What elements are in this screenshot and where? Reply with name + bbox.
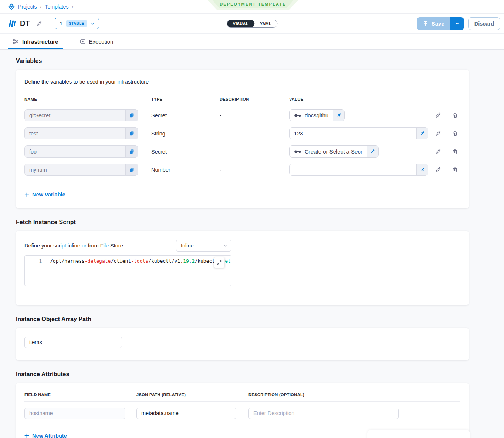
variable-type: String <box>151 131 220 137</box>
save-button[interactable]: Save <box>417 17 450 30</box>
variable-type: Number <box>151 167 220 173</box>
column-header-field-name: FIELD NAME <box>24 392 136 397</box>
fetch-script-card: Define your script inline or from File S… <box>16 231 469 305</box>
save-split-button: Save <box>417 17 464 30</box>
variable-value-input[interactable] <box>290 164 416 175</box>
variable-description: - <box>220 167 289 173</box>
edit-variable-button[interactable] <box>435 166 441 173</box>
delete-variable-button[interactable] <box>452 112 458 118</box>
variable-description: - <box>220 149 289 155</box>
edit-variable-button[interactable] <box>435 112 441 118</box>
copy-button[interactable] <box>125 164 138 175</box>
variable-name-field <box>24 127 138 139</box>
breadcrumb-projects[interactable]: Projects <box>18 4 37 10</box>
variable-name-field <box>24 109 138 121</box>
new-variable-button[interactable]: New Variable <box>24 192 65 198</box>
pin-icon <box>420 167 425 172</box>
script-source-select[interactable]: Inline <box>176 240 231 252</box>
column-header-type: TYPE <box>151 97 220 101</box>
tab-execution[interactable]: Execution <box>75 34 118 49</box>
edit-name-button[interactable] <box>36 20 42 27</box>
edit-variable-button[interactable] <box>435 130 441 137</box>
key-icon <box>294 113 301 118</box>
pin-button[interactable] <box>416 164 428 175</box>
floating-panel <box>367 430 470 438</box>
array-path-input[interactable] <box>24 337 122 348</box>
table-row: Secret - Create or Select a Secr <box>24 142 460 161</box>
breadcrumb-separator: › <box>40 4 42 9</box>
column-header-description: DESCRIPTION <box>220 97 289 101</box>
secret-name: docsgithu <box>305 112 328 118</box>
copy-button[interactable] <box>125 146 138 157</box>
pin-icon <box>420 131 425 136</box>
variable-name-input[interactable] <box>25 110 125 121</box>
secret-placeholder: Create or Select a Secr <box>305 148 362 155</box>
variable-name-input[interactable] <box>25 128 125 139</box>
script-source-value: Inline <box>181 243 194 249</box>
toggle-yaml[interactable]: YAML <box>254 20 277 27</box>
breadcrumb-separator: › <box>72 4 73 9</box>
table-row: String - <box>24 124 460 142</box>
variable-name-field <box>24 145 138 158</box>
table-row: Secret - docsgithu <box>24 106 460 124</box>
attribute-json-path-input[interactable] <box>136 408 236 419</box>
chevron-down-icon <box>91 21 95 26</box>
variables-table-header: NAME TYPE DESCRIPTION VALUE <box>24 97 460 106</box>
template-header: DT 1 STABLE VISUAL YAML Save Discard <box>0 14 504 34</box>
new-attribute-button[interactable]: New Attribute <box>24 433 67 438</box>
pin-button[interactable] <box>333 110 344 121</box>
template-library-icon <box>7 19 17 28</box>
editor-scrollbar[interactable] <box>226 256 226 286</box>
breadcrumb-templates[interactable]: Templates <box>45 4 69 10</box>
attribute-field-name-input[interactable] <box>24 408 125 419</box>
variable-description: - <box>220 112 289 118</box>
attributes-table-header: FIELD NAME JSON PATH (RELATIVE) DESCRIPT… <box>24 392 460 402</box>
secret-selector[interactable]: docsgithu <box>289 109 345 121</box>
copy-button[interactable] <box>125 110 138 121</box>
array-path-section-title: Instance Object Array Path <box>16 316 504 323</box>
pin-button[interactable] <box>416 128 428 139</box>
variable-type: Secret <box>151 149 220 155</box>
column-header-json-path: JSON PATH (RELATIVE) <box>136 392 248 397</box>
variable-value-field <box>289 127 428 139</box>
delete-variable-button[interactable] <box>452 130 458 137</box>
script-code-editor[interactable]: 1 /opt/harness-delegate/client-tools/kub… <box>24 255 231 286</box>
top-bar: Projects › Templates › DEPLOYMENT TEMPLA… <box>0 0 504 14</box>
expand-editor-button[interactable] <box>214 257 224 268</box>
column-header-value: VALUE <box>289 97 428 101</box>
toggle-visual[interactable]: VISUAL <box>227 20 254 27</box>
plus-icon <box>24 192 29 197</box>
tab-infrastructure[interactable]: Infrastructure <box>8 34 63 49</box>
divider <box>24 183 460 183</box>
discard-button[interactable]: Discard <box>468 17 500 30</box>
code-line-number: 1 <box>25 258 42 264</box>
pin-icon <box>370 149 375 154</box>
variables-section-title: Variables <box>16 58 504 64</box>
variable-value-field <box>289 164 428 176</box>
visual-yaml-toggle[interactable]: VISUAL YAML <box>227 20 277 28</box>
variable-name-input[interactable] <box>25 164 125 175</box>
infrastructure-icon <box>13 38 19 44</box>
variable-value-input[interactable] <box>290 128 416 139</box>
execution-icon <box>80 38 86 44</box>
plus-icon <box>24 433 29 438</box>
fetch-script-section-title: Fetch Instance Script <box>16 219 504 226</box>
variable-name-field <box>24 164 138 176</box>
chevron-down-icon <box>223 243 227 248</box>
copy-button[interactable] <box>125 128 138 139</box>
script-description: Define your script inline or from File S… <box>24 243 125 249</box>
delete-variable-button[interactable] <box>452 148 458 155</box>
attribute-description-input[interactable] <box>248 408 399 419</box>
secret-selector[interactable]: Create or Select a Secr <box>289 145 379 158</box>
version-selector[interactable]: 1 STABLE <box>55 18 99 29</box>
attributes-section-title: Instance Attributes <box>16 371 504 378</box>
edit-variable-button[interactable] <box>435 148 441 155</box>
save-options-button[interactable] <box>450 17 464 30</box>
delete-variable-button[interactable] <box>452 166 458 173</box>
variable-name-input[interactable] <box>25 146 125 157</box>
pin-button[interactable] <box>367 146 378 157</box>
array-path-card <box>16 328 469 360</box>
breadcrumb: Projects › Templates › <box>8 3 73 10</box>
variable-description: - <box>220 131 289 137</box>
template-type-badge-label: DEPLOYMENT TEMPLATE <box>212 0 294 8</box>
